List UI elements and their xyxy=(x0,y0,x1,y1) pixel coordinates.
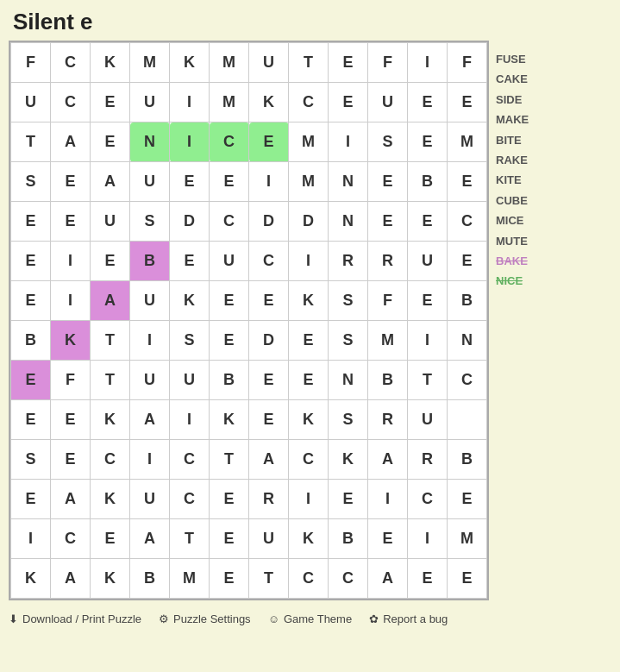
grid-cell: K xyxy=(289,400,329,440)
grid-cell: U xyxy=(130,480,170,519)
grid-cell: E xyxy=(448,162,487,202)
grid-cell: A xyxy=(51,122,91,162)
grid-cell: E xyxy=(329,480,368,519)
grid-cell: I xyxy=(408,321,448,361)
puzzle-settings-button[interactable]: ⚙ Puzzle Settings xyxy=(159,612,251,625)
download-print-button[interactable]: ⬇ Download / Print Puzzle xyxy=(9,612,141,625)
grid-cell: U xyxy=(11,83,51,122)
grid-cell: I xyxy=(249,162,289,202)
grid-cell: E xyxy=(11,480,51,519)
grid-cell: T xyxy=(170,519,210,559)
grid-cell: K xyxy=(91,400,130,440)
word-item: SIDE xyxy=(496,90,556,110)
grid-cell: S xyxy=(11,440,51,480)
word-item: KITE xyxy=(496,170,556,190)
grid-cell: T xyxy=(249,559,289,599)
grid-cell: E xyxy=(51,162,91,202)
grid-cell: C xyxy=(51,519,91,559)
grid-cell: K xyxy=(249,83,289,122)
grid-cell: E xyxy=(210,480,249,519)
grid-cell: A xyxy=(130,400,170,440)
grid-cell: A xyxy=(368,440,408,480)
grid-cell: E xyxy=(408,559,448,599)
word-item: NICE xyxy=(496,271,556,291)
word-item: MICE xyxy=(496,210,556,230)
grid-cell: E xyxy=(210,321,249,361)
grid-cell: C xyxy=(329,559,368,599)
grid-cell: A xyxy=(91,281,130,321)
grid-cell: M xyxy=(130,43,170,83)
grid-cell: B xyxy=(408,162,448,202)
grid-cell: I xyxy=(130,321,170,361)
grid-cell: I xyxy=(289,242,329,281)
grid-cell: C xyxy=(249,242,289,281)
word-item: MAKE xyxy=(496,110,556,129)
grid-cell: U xyxy=(249,43,289,83)
main-content: FCKMKMUTEFIFUCEUIMKCEUEETAENICEMISEMSEAU… xyxy=(0,41,620,600)
grid-cell: B xyxy=(448,440,487,480)
grid-cell: S xyxy=(329,281,368,321)
grid-cell: E xyxy=(249,281,289,321)
word-search-grid: FCKMKMUTEFIFUCEUIMKCEUEETAENICEMISEMSEAU… xyxy=(9,41,489,600)
grid-cell: D xyxy=(289,202,329,242)
grid-cell: M xyxy=(289,162,329,202)
grid-cell: B xyxy=(368,361,408,400)
grid-cell: C xyxy=(408,480,448,519)
grid-cell: R xyxy=(408,440,448,480)
grid-cell: A xyxy=(130,519,170,559)
grid-cell: S xyxy=(329,321,368,361)
grid-cell: E xyxy=(91,83,130,122)
grid-cell: T xyxy=(91,361,130,400)
grid-cell: E xyxy=(329,83,368,122)
grid-cell: K xyxy=(170,281,210,321)
grid-cell: F xyxy=(448,43,487,83)
grid-cell: N xyxy=(130,122,170,162)
word-item: CAKE xyxy=(496,69,556,89)
grid-cell: E xyxy=(210,162,249,202)
grid-cell: E xyxy=(11,281,51,321)
grid-cell: E xyxy=(408,83,448,122)
grid-cell: T xyxy=(210,440,249,480)
grid-cell: A xyxy=(91,162,130,202)
grid-cell: T xyxy=(91,321,130,361)
grid-cell: M xyxy=(289,122,329,162)
grid-cell: M xyxy=(210,43,249,83)
grid-cell: I xyxy=(408,519,448,559)
grid-cell: E xyxy=(448,480,487,519)
grid-cell: E xyxy=(11,400,51,440)
grid-cell: E xyxy=(368,162,408,202)
grid-cell: B xyxy=(11,321,51,361)
word-item: BITE xyxy=(496,130,556,150)
grid-cell: K xyxy=(170,43,210,83)
grid-cell: E xyxy=(289,321,329,361)
grid-cell: S xyxy=(368,122,408,162)
grid-cell: C xyxy=(170,480,210,519)
grid-cell: C xyxy=(210,202,249,242)
grid-cell: E xyxy=(448,559,487,599)
grid-cell: C xyxy=(170,440,210,480)
download-label: Download / Print Puzzle xyxy=(22,612,141,625)
bug-icon: ✿ xyxy=(369,612,379,625)
grid-cell: C xyxy=(289,83,329,122)
report-bug-button[interactable]: ✿ Report a bug xyxy=(369,612,448,625)
word-item: BAKE xyxy=(496,251,556,271)
grid-cell: R xyxy=(329,242,368,281)
grid-cell: K xyxy=(11,559,51,599)
game-theme-button[interactable]: ☺ Game Theme xyxy=(268,612,353,625)
grid-cell xyxy=(448,400,487,440)
word-list: FUSECAKESIDEMAKEBITERAKEKITECUBEMICEMUTE… xyxy=(496,41,556,600)
grid-cell: U xyxy=(91,202,130,242)
grid-cell: E xyxy=(11,361,51,400)
grid-cell: U xyxy=(249,519,289,559)
grid-cell: K xyxy=(91,559,130,599)
grid-cell: D xyxy=(249,202,289,242)
grid-cell: C xyxy=(51,83,91,122)
grid-cell: C xyxy=(51,43,91,83)
grid-cell: I xyxy=(11,519,51,559)
grid-cell: E xyxy=(249,122,289,162)
settings-label: Puzzle Settings xyxy=(173,612,251,625)
grid-cell: E xyxy=(51,202,91,242)
grid-cell: S xyxy=(329,400,368,440)
grid-cell: E xyxy=(210,559,249,599)
grid-cell: E xyxy=(51,400,91,440)
